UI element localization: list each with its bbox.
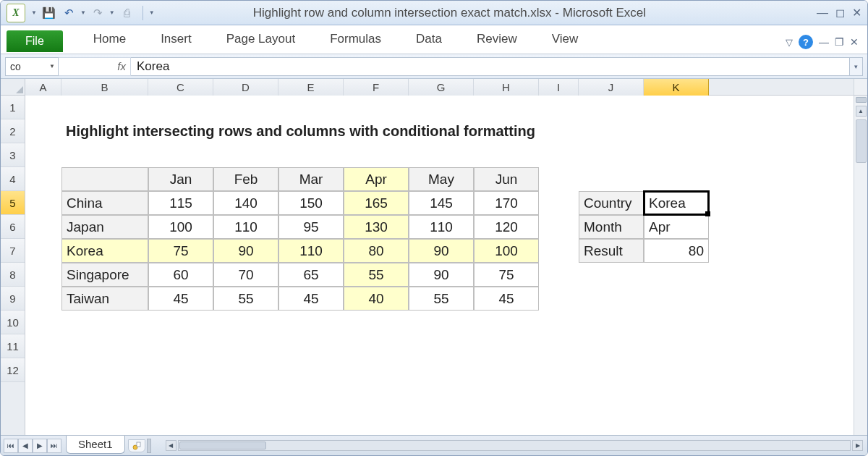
cell-D8[interactable]: 70 (213, 263, 278, 287)
new-sheet-button[interactable] (128, 439, 145, 452)
cell-G5[interactable]: 145 (409, 191, 474, 215)
select-all-corner[interactable] (1, 79, 25, 96)
cell-G4[interactable]: May (409, 167, 474, 191)
workbook-restore-button[interactable]: ❐ (835, 36, 844, 48)
cell-B7[interactable]: Korea (61, 239, 148, 263)
scroll-right-icon[interactable]: ▶ (852, 440, 863, 451)
cell-E5[interactable]: 150 (278, 191, 344, 215)
row-header-8[interactable]: 8 (1, 263, 25, 287)
file-tab[interactable]: File (7, 30, 63, 52)
tab-home[interactable]: Home (76, 26, 143, 54)
vertical-scroll-thumb[interactable] (856, 119, 867, 163)
row-header-10[interactable]: 10 (1, 311, 25, 334)
minimize-button[interactable]: ― (817, 7, 828, 20)
vertical-scrollbar[interactable]: ▲ ▼ (854, 96, 867, 449)
cell-B9[interactable]: Taiwan (61, 287, 148, 311)
name-box-dropdown-icon[interactable]: ▼ (49, 63, 55, 69)
cell-B5[interactable]: China (61, 191, 148, 215)
tab-split-handle[interactable] (147, 439, 151, 453)
tab-page-layout[interactable]: Page Layout (209, 26, 312, 54)
ribbon-minimize-icon[interactable]: ▽ (786, 37, 793, 48)
cell-F6[interactable]: 130 (344, 215, 409, 239)
row-header-4[interactable]: 4 (1, 167, 25, 191)
column-header-C[interactable]: C (148, 79, 213, 96)
column-header-D[interactable]: D (213, 79, 278, 96)
sheet-tab-active[interactable]: Sheet1 (66, 436, 125, 454)
cell-E6[interactable]: 95 (278, 215, 344, 239)
undo-icon[interactable]: ↶ (61, 5, 77, 21)
cell-C5[interactable]: 115 (148, 191, 213, 215)
cell-J5[interactable]: Country (579, 191, 644, 215)
tab-view[interactable]: View (535, 26, 596, 54)
cell-C9[interactable]: 45 (148, 287, 213, 311)
cell-J6[interactable]: Month (579, 215, 644, 239)
sheet-nav-prev-icon[interactable]: ◀ (18, 439, 33, 453)
cell-K7[interactable]: 80 (644, 239, 709, 263)
cell-E7[interactable]: 110 (278, 239, 344, 263)
redo-dropdown-icon[interactable]: ▼ (109, 9, 115, 16)
cell-F5[interactable]: 165 (344, 191, 409, 215)
formula-bar[interactable]: Korea (131, 57, 850, 76)
cell-B8[interactable]: Singapore (61, 263, 148, 287)
tab-formulas[interactable]: Formulas (312, 26, 399, 54)
cell-G9[interactable]: 55 (409, 287, 474, 311)
cell-C8[interactable]: 60 (148, 263, 213, 287)
column-header-B[interactable]: B (61, 79, 148, 96)
row-header-5[interactable]: 5 (1, 191, 25, 215)
sheet-nav-next-icon[interactable]: ▶ (33, 439, 47, 453)
column-header-K[interactable]: K (644, 79, 709, 96)
scroll-up-icon[interactable]: ▲ (856, 106, 867, 117)
column-header-F[interactable]: F (344, 79, 409, 96)
worksheet-grid[interactable]: Highlight intersecting rows and columns … (25, 96, 854, 449)
fx-icon[interactable]: fx (117, 60, 126, 72)
cell-D5[interactable]: 140 (213, 191, 278, 215)
workbook-close-button[interactable]: ✕ (850, 36, 859, 48)
name-box[interactable]: co ▼ (5, 57, 59, 76)
formula-bar-expand-icon[interactable]: ▾ (850, 57, 863, 76)
cell-D6[interactable]: 110 (213, 215, 278, 239)
undo-dropdown-icon[interactable]: ▼ (80, 9, 86, 16)
cell-G6[interactable]: 110 (409, 215, 474, 239)
horizontal-scroll-thumb[interactable] (179, 442, 266, 449)
column-header-A[interactable]: A (25, 79, 61, 96)
row-header-3[interactable]: 3 (1, 143, 25, 167)
save-icon[interactable]: 💾 (41, 5, 57, 21)
qat-customize-icon[interactable]: ▼ (149, 9, 155, 16)
cell-B4[interactable] (61, 167, 148, 191)
cell-E4[interactable]: Mar (278, 167, 344, 191)
column-header-I[interactable]: I (539, 79, 579, 96)
horizontal-scrollbar[interactable]: ◀ ▶ (166, 440, 863, 451)
row-header-6[interactable]: 6 (1, 215, 25, 239)
cell-D7[interactable]: 90 (213, 239, 278, 263)
cell-E8[interactable]: 65 (278, 263, 344, 287)
maximize-button[interactable]: ◻ (835, 6, 845, 20)
cell-F7[interactable]: 80 (344, 239, 409, 263)
cell-title[interactable]: Highlight intersecting rows and columns … (61, 119, 579, 143)
sheet-nav-last-icon[interactable]: ⏭ (47, 439, 61, 453)
row-header-9[interactable]: 9 (1, 287, 25, 311)
column-header-J[interactable]: J (579, 79, 644, 96)
cell-G7[interactable]: 90 (409, 239, 474, 263)
cell-C7[interactable]: 75 (148, 239, 213, 263)
tab-review[interactable]: Review (459, 26, 535, 54)
cell-K6[interactable]: Apr (644, 215, 709, 239)
column-header-E[interactable]: E (278, 79, 344, 96)
tab-data[interactable]: Data (399, 26, 459, 54)
scroll-left-icon[interactable]: ◀ (166, 440, 176, 451)
cell-J7[interactable]: Result (579, 239, 644, 263)
cell-H6[interactable]: 120 (474, 215, 539, 239)
cell-H8[interactable]: 75 (474, 263, 539, 287)
column-header-H[interactable]: H (474, 79, 539, 96)
row-header-11[interactable]: 11 (1, 334, 25, 358)
cell-F4[interactable]: Apr (344, 167, 409, 191)
help-icon[interactable]: ? (799, 35, 813, 49)
qat-dropdown-icon[interactable]: ▼ (31, 9, 37, 16)
print-icon[interactable]: ⎙ (119, 5, 135, 21)
workbook-minimize-button[interactable]: ― (819, 36, 829, 48)
cell-H4[interactable]: Jun (474, 167, 539, 191)
row-header-1[interactable]: 1 (1, 96, 25, 119)
close-button[interactable]: ✕ (852, 6, 861, 20)
cell-G8[interactable]: 90 (409, 263, 474, 287)
cell-C6[interactable]: 100 (148, 215, 213, 239)
cell-H5[interactable]: 170 (474, 191, 539, 215)
